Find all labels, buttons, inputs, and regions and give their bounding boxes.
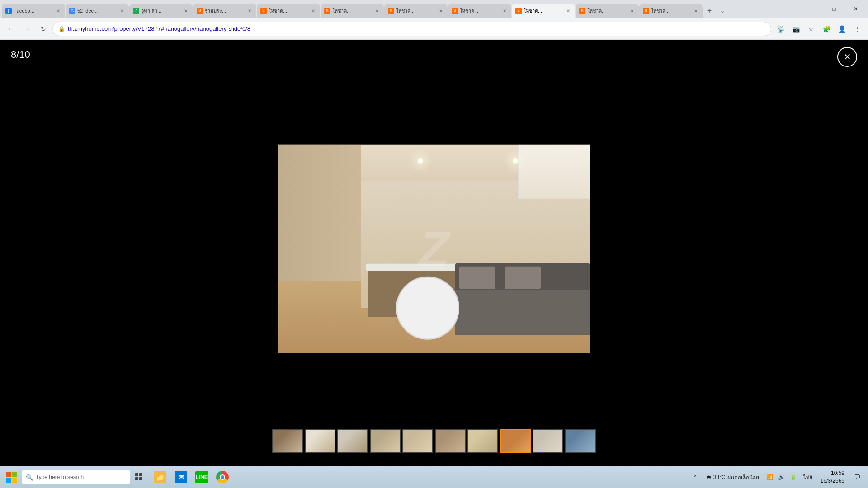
tab-close-gdoc[interactable]: ✕ [119, 8, 125, 14]
new-tab-button[interactable]: + [703, 5, 716, 17]
favicon-5: ห [260, 8, 267, 14]
tray-icons: 📶 🔊 🔋 [764, 472, 799, 483]
favicon-10: ห [579, 8, 585, 14]
thumbnail-6[interactable] [435, 429, 466, 453]
tab-4[interactable]: ห รามประ... ✕ [193, 4, 256, 18]
taskbar-search-bar[interactable]: 🔍 Type here to search [22, 470, 130, 484]
tab-label-gdoc: 52 Idec... [77, 8, 117, 14]
favicon-6: ห [324, 8, 330, 14]
close-x-icon: ✕ [844, 52, 851, 62]
svg-rect-3 [12, 478, 17, 483]
tab-close-8[interactable]: ✕ [501, 8, 508, 14]
tab-close-10[interactable]: ✕ [629, 8, 635, 14]
chrome-app[interactable] [212, 467, 232, 487]
task-view-icon [135, 473, 143, 481]
line-app[interactable]: LINE [192, 467, 212, 487]
svg-rect-1 [12, 472, 17, 477]
thumb-img-3 [338, 430, 367, 452]
clock-date: 16/3/2565 [821, 477, 844, 485]
url-text: th.zmyhome.com/property/V172877#nanogall… [68, 25, 765, 32]
thumbnail-1[interactable] [272, 429, 303, 453]
volume-icon[interactable]: 🔊 [776, 472, 787, 483]
tab-label-10: ให้ชาค... [587, 7, 627, 15]
tab-close-3[interactable]: ✕ [183, 8, 189, 14]
thumb-img-9 [533, 430, 562, 452]
thumb-img-10 [566, 430, 595, 452]
tab-label-7: ให้ชาค... [396, 7, 436, 15]
language-indicator[interactable]: ไทย [801, 472, 815, 483]
extensions-button[interactable]: 🧩 [819, 22, 834, 36]
gallery-close-button[interactable]: ✕ [837, 47, 857, 67]
tab-6[interactable]: ห ให้ชาค... ✕ [321, 4, 384, 18]
svg-rect-6 [135, 477, 138, 480]
minimize-button[interactable]: ─ [802, 2, 823, 16]
thumbnail-5[interactable] [402, 429, 433, 453]
favicon-facebook: f [5, 8, 12, 14]
tray-overflow-button[interactable]: ^ [690, 472, 701, 483]
tab-close-4[interactable]: ✕ [246, 8, 253, 14]
tab-7[interactable]: ห ให้ชาค... ✕ [384, 4, 448, 18]
gallery-main-image: Z [278, 145, 590, 353]
tab-10[interactable]: ห ให้ชาค... ✕ [576, 4, 639, 18]
tab-label-4: รามประ... [205, 7, 245, 15]
tab-facebook[interactable]: f Facebo... ✕ [2, 4, 65, 18]
svg-rect-7 [139, 477, 142, 480]
tab-close-5[interactable]: ✕ [310, 8, 316, 14]
browser-frame: f Facebo... ✕ G 52 Idec... ✕ ก จุฬา สา..… [0, 0, 868, 488]
thumbnail-2[interactable] [305, 429, 335, 453]
clock-time: 10:59 [831, 469, 844, 477]
coffee-table [396, 277, 459, 340]
thumbnail-10[interactable] [565, 429, 596, 453]
thumbnail-4[interactable] [370, 429, 401, 453]
tab-close-7[interactable]: ✕ [438, 8, 444, 14]
tab-close-facebook[interactable]: ✕ [55, 8, 61, 14]
tab-3[interactable]: ก จุฬา สา... ✕ [129, 4, 193, 18]
notification-center-button[interactable]: 🗨 [850, 470, 864, 484]
menu-button[interactable]: ⋮ [850, 22, 864, 36]
system-tray: ^ 🌧 33°C ฝนตกเล็กน้อย 📶 🔊 🔋 ไทย 10:59 16… [690, 466, 864, 488]
favicon-8: ห [452, 8, 458, 14]
mail-app[interactable]: ✉ [171, 467, 191, 487]
tab-close-11[interactable]: ✕ [693, 8, 699, 14]
weather-desc: ฝนตกเล็กน้อย [727, 473, 759, 482]
reload-button[interactable]: ↻ [36, 22, 51, 36]
tab-overflow-button[interactable]: ⌄ [716, 5, 729, 17]
screenshot-button[interactable]: 📷 [788, 22, 803, 36]
thumbnail-3[interactable] [337, 429, 368, 453]
close-button[interactable]: ✕ [845, 2, 866, 16]
tab-11[interactable]: ห ให้ชาค... ✕ [639, 4, 703, 18]
thumbnail-9[interactable] [533, 429, 563, 453]
tab-close-9[interactable]: ✕ [565, 8, 571, 14]
cast-button[interactable]: 📡 [773, 22, 788, 36]
start-button[interactable] [4, 469, 20, 485]
address-bar[interactable]: 🔒 th.zmyhome.com/property/V172877#nanoga… [52, 22, 771, 36]
lock-icon: 🔒 [58, 26, 65, 32]
kitchen-top [366, 264, 460, 271]
svg-rect-0 [6, 472, 11, 477]
system-clock[interactable]: 10:59 16/3/2565 [817, 469, 848, 485]
profile-button[interactable]: 👤 [835, 22, 849, 36]
favicon-3: ก [133, 8, 139, 14]
battery-icon[interactable]: 🔋 [788, 472, 799, 483]
network-icon[interactable]: 📶 [764, 472, 775, 483]
tab-8[interactable]: ห ให้ชาค... ✕ [448, 4, 511, 18]
thumbnail-8-active[interactable] [500, 429, 531, 453]
tab-label-9: ให้ชาค... [524, 7, 563, 15]
back-button[interactable]: ← [4, 22, 18, 36]
weather-temp: 33°C [713, 474, 726, 480]
tab-9-active[interactable]: ห ให้ชาค... ✕ [512, 4, 575, 18]
tab-5[interactable]: ห ให้ชาค... ✕ [257, 4, 320, 18]
tab-gdoc[interactable]: G 52 Idec... ✕ [66, 4, 129, 18]
maximize-button[interactable]: □ [824, 2, 844, 16]
thumbnail-7[interactable] [467, 429, 498, 453]
tab-close-6[interactable]: ✕ [374, 8, 380, 14]
forward-button[interactable]: → [20, 22, 34, 36]
task-view-button[interactable] [132, 470, 146, 484]
weather-widget[interactable]: 🌧 33°C ฝนตกเล็กน้อย [703, 473, 763, 482]
thumb-img-5 [403, 430, 432, 452]
bookmark-button[interactable]: ☆ [804, 22, 818, 36]
nav-actions: 📡 📷 ☆ 🧩 👤 ⋮ [773, 22, 864, 36]
chrome-icon [216, 471, 229, 483]
file-explorer-icon: 📁 [154, 471, 166, 483]
file-explorer-app[interactable]: 📁 [150, 467, 170, 487]
